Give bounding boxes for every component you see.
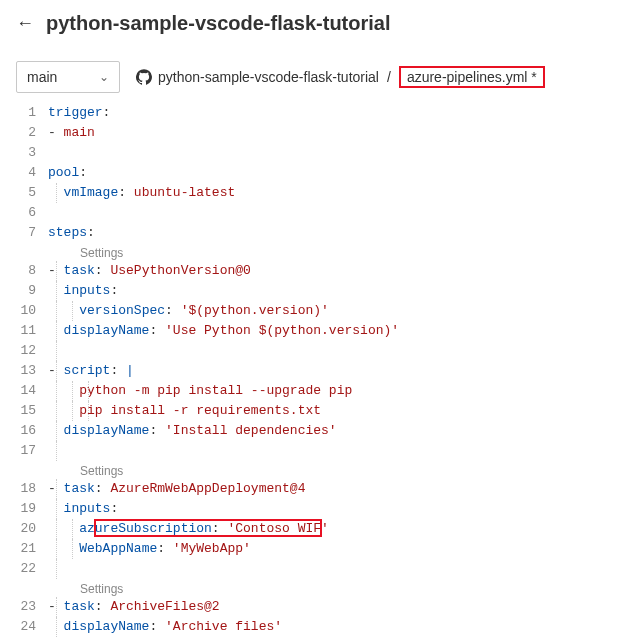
task-settings-link[interactable]: Settings [48,579,625,597]
task-settings-link[interactable]: Settings [48,461,625,479]
page-title: python-sample-vscode-flask-tutorial [46,12,391,35]
code-editor[interactable]: 1 2 3 4 5 6 7 8 9 10 11 12 13 14 15 16 1… [0,103,625,637]
breadcrumb-separator: / [385,69,393,85]
back-arrow-icon[interactable]: ← [16,13,34,34]
breadcrumb-file[interactable]: azure-pipelines.yml * [399,66,545,88]
branch-selector[interactable]: main ⌄ [16,61,120,93]
branch-name: main [27,69,57,85]
breadcrumb-repo[interactable]: python-sample-vscode-flask-tutorial [158,69,379,85]
task-settings-link[interactable]: Settings [48,243,625,261]
code-content[interactable]: trigger: - main pool: vmImage: ubuntu-la… [48,103,625,637]
breadcrumb: python-sample-vscode-flask-tutorial / az… [136,66,545,88]
github-icon [136,69,152,85]
line-number-gutter: 1 2 3 4 5 6 7 8 9 10 11 12 13 14 15 16 1… [0,103,48,637]
chevron-down-icon: ⌄ [99,70,109,84]
